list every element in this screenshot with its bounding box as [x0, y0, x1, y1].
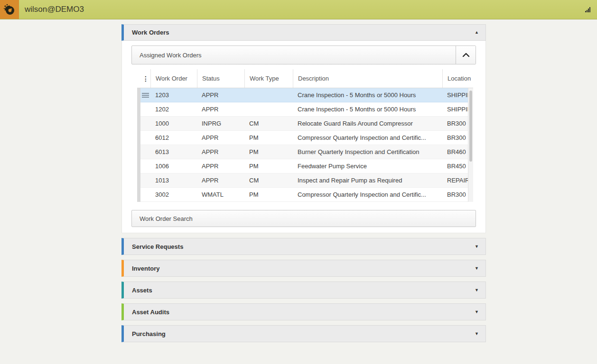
- cell-description: Relocate Guard Rails Around Compressor: [293, 120, 442, 127]
- section-title: Inventory: [124, 265, 160, 272]
- table-row[interactable]: 3002 WMATL PM Compressor Quarterly Inspe…: [137, 188, 473, 202]
- cell-work-type: PM: [244, 148, 293, 155]
- app-logo[interactable]: [0, 0, 19, 19]
- table-row[interactable]: 6013 APPR PM Burner Quarterly Inspection…: [137, 145, 473, 159]
- section-title: Work Orders: [124, 29, 169, 36]
- table-rows: 1203 APPR Crane Inspection - 5 Months or…: [137, 88, 473, 202]
- cell-status: APPR: [197, 106, 244, 113]
- cell-status: INPRG: [197, 120, 244, 127]
- column-header-location[interactable]: Location: [442, 69, 473, 88]
- cell-work-order: 3002: [150, 191, 197, 198]
- cell-work-type: CM: [244, 120, 293, 127]
- section-header-service-requests[interactable]: Service Requests ▼: [121, 238, 486, 255]
- cell-work-type: CM: [244, 177, 293, 184]
- table-row[interactable]: 1006 APPR PM Feedwater Pump Service BR45…: [137, 159, 473, 173]
- cell-description: Crane Inspection - 5 Months or 5000 Hour…: [293, 91, 442, 99]
- table-header-row: ⋮ Work Order Status Work Type Descriptio…: [137, 69, 473, 88]
- cell-description: Compressor Quarterly Inspection and Cert…: [293, 191, 442, 198]
- cell-work-order: 1203: [150, 91, 197, 99]
- cell-work-order: 1013: [150, 177, 197, 184]
- cell-status: APPR: [197, 148, 244, 155]
- expand-arrow-icon: ▼: [475, 288, 485, 292]
- cell-status: WMATL: [197, 191, 244, 198]
- cell-work-order: 1006: [150, 163, 197, 170]
- assigned-work-orders-bar[interactable]: Assigned Work Orders: [131, 46, 476, 64]
- home-panel-list: Work Orders ▲ Assigned Work Orders ⋮ Wor…: [121, 19, 486, 342]
- scrollbar-thumb[interactable]: [469, 91, 472, 162]
- section-title: Assets: [124, 287, 152, 294]
- row-gutter-strip: [137, 88, 140, 202]
- signal-strength-icon: [585, 7, 590, 12]
- cell-description: Inspect and Repair Pump as Required: [293, 177, 442, 184]
- table-row[interactable]: 1202 APPR Crane Inspection - 5 Months or…: [137, 102, 473, 117]
- app-header: wilson@DEMO3: [0, 0, 597, 19]
- cell-description: Crane Inspection - 5 Months or 5000 Hour…: [293, 106, 442, 113]
- cell-work-type: PM: [244, 191, 293, 198]
- expand-arrow-icon: ▼: [475, 310, 485, 314]
- cell-work-order: 1000: [150, 120, 197, 127]
- cell-work-order: 1202: [150, 106, 197, 113]
- row-menu-icon[interactable]: [142, 93, 149, 98]
- column-header-work-order[interactable]: Work Order: [150, 69, 197, 88]
- work-orders-panel-body: Assigned Work Orders ⋮ Work Order Status…: [121, 41, 486, 233]
- section-title: Purchasing: [124, 330, 166, 337]
- table-row[interactable]: 6012 APPR PM Compressor Quarterly Inspec…: [137, 131, 473, 145]
- collapse-arrow-icon: ▲: [475, 30, 485, 35]
- column-header-work-type[interactable]: Work Type: [244, 69, 293, 88]
- cell-work-type: PM: [244, 134, 293, 141]
- cell-status: APPR: [197, 163, 244, 170]
- section-header-inventory[interactable]: Inventory ▼: [121, 260, 486, 277]
- table-row[interactable]: 1203 APPR Crane Inspection - 5 Months or…: [137, 88, 473, 102]
- column-header-status[interactable]: Status: [197, 69, 244, 88]
- expand-arrow-icon: ▼: [475, 332, 485, 336]
- work-order-search-button[interactable]: Work Order Search: [131, 210, 476, 227]
- work-order-search-label: Work Order Search: [140, 215, 193, 222]
- table-row[interactable]: 1000 INPRG CM Relocate Guard Rails Aroun…: [137, 117, 473, 131]
- table-scrollbar[interactable]: [468, 88, 473, 202]
- assigned-work-orders-label: Assigned Work Orders: [132, 46, 456, 64]
- section-header-purchasing[interactable]: Purchasing ▼: [121, 325, 486, 342]
- user-environment-title: wilson@DEMO3: [25, 5, 84, 14]
- cell-description: Compressor Quarterly Inspection and Cert…: [293, 134, 442, 141]
- table-row[interactable]: 1013 APPR CM Inspect and Repair Pump as …: [137, 173, 473, 188]
- expand-arrow-icon: ▼: [475, 266, 485, 271]
- column-options-cell: ⋮: [137, 69, 150, 88]
- cell-description: Feedwater Pump Service: [293, 163, 442, 170]
- column-header-description[interactable]: Description: [293, 69, 442, 88]
- section-title: Asset Audits: [124, 309, 169, 316]
- swirl-logo-icon: [3, 3, 16, 16]
- cell-work-type: PM: [244, 163, 293, 170]
- cell-status: APPR: [197, 91, 244, 99]
- cell-status: APPR: [197, 134, 244, 141]
- column-options-icon[interactable]: ⋮: [142, 75, 149, 82]
- expand-arrow-icon: ▼: [475, 245, 485, 249]
- assigned-collapse-button[interactable]: [456, 46, 476, 64]
- cell-work-order: 6012: [150, 134, 197, 141]
- section-header-assets[interactable]: Assets ▼: [121, 282, 486, 299]
- chevron-up-icon: [462, 53, 470, 57]
- cell-description: Burner Quarterly Inspection and Certific…: [293, 148, 442, 155]
- section-title: Service Requests: [124, 243, 183, 250]
- cell-work-order: 6013: [150, 148, 197, 155]
- section-header-asset-audits[interactable]: Asset Audits ▼: [121, 303, 486, 320]
- section-header-work-orders[interactable]: Work Orders ▲: [121, 24, 486, 41]
- work-orders-table: ⋮ Work Order Status Work Type Descriptio…: [137, 69, 473, 202]
- cell-status: APPR: [197, 177, 244, 184]
